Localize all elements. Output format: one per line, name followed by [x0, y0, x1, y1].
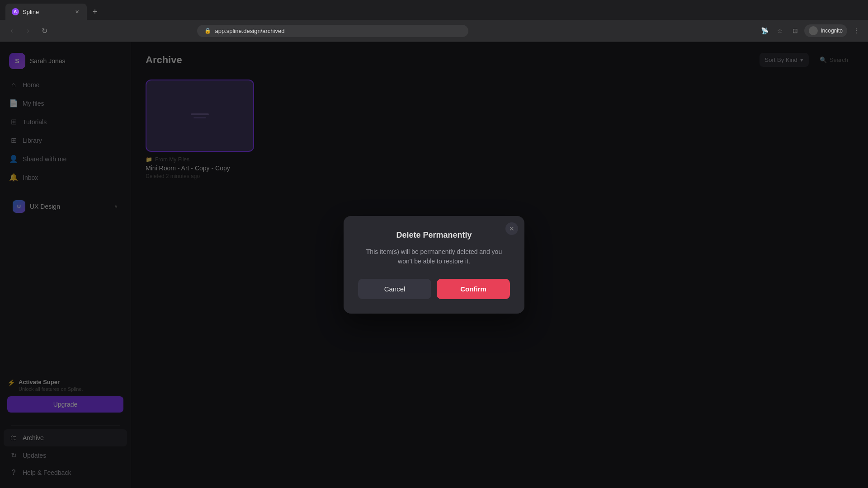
tab-title: Spline	[23, 9, 70, 15]
profile-button[interactable]: Incognito	[804, 24, 847, 37]
browser-tabs: S Spline ✕ +	[0, 0, 868, 20]
browser-tab-spline[interactable]: S Spline ✕	[5, 4, 87, 20]
modal-overlay: ✕ Delete Permanently This item(s) will b…	[0, 42, 868, 488]
forward-button[interactable]: ›	[22, 24, 34, 37]
back-button[interactable]: ‹	[5, 24, 18, 37]
modal-title: Delete Permanently	[358, 230, 510, 240]
profile-avatar	[809, 26, 818, 35]
browser-chrome: S Spline ✕ + ‹ › ↻ 🔒 app.spline.design/a…	[0, 0, 868, 42]
delete-modal: ✕ Delete Permanently This item(s) will b…	[344, 216, 524, 314]
confirm-button[interactable]: Confirm	[437, 279, 510, 299]
tab-close-button[interactable]: ✕	[73, 8, 80, 15]
lock-icon: 🔒	[204, 28, 211, 34]
bookmark-icon[interactable]: ☆	[774, 24, 786, 37]
modal-body: This item(s) will be permanently deleted…	[358, 247, 510, 266]
modal-close-button[interactable]: ✕	[505, 222, 518, 235]
address-bar[interactable]: 🔒 app.spline.design/archived	[197, 25, 468, 37]
cast-icon[interactable]: 📡	[758, 24, 771, 37]
new-tab-button[interactable]: +	[89, 5, 101, 18]
address-text: app.spline.design/archived	[215, 28, 284, 34]
toolbar-actions: 📡 ☆ ⊡ Incognito ⋮	[758, 24, 863, 37]
reload-button[interactable]: ↻	[38, 24, 51, 37]
tab-favicon: S	[12, 8, 19, 15]
cancel-button[interactable]: Cancel	[358, 279, 431, 299]
modal-actions: Cancel Confirm	[358, 279, 510, 299]
extensions-icon[interactable]: ⊡	[789, 24, 802, 37]
browser-toolbar: ‹ › ↻ 🔒 app.spline.design/archived 📡 ☆ ⊡…	[0, 20, 868, 42]
menu-button[interactable]: ⋮	[850, 24, 863, 37]
profile-label: Incognito	[821, 28, 843, 34]
